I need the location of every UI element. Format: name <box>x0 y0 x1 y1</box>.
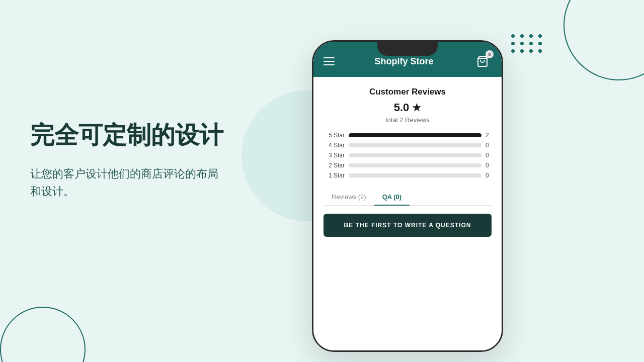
decorative-circle-top-right <box>564 0 644 80</box>
star-label: 3 Star <box>324 152 345 159</box>
star-label: 4 Star <box>324 142 345 149</box>
star-bar-row: 5 Star 2 <box>324 132 492 139</box>
tab-row: Reviews (2)QA (0) <box>324 189 492 206</box>
bar-track <box>349 133 481 137</box>
star-icon: ★ <box>412 102 421 113</box>
bar-track <box>349 153 481 157</box>
star-label: 5 Star <box>324 132 345 139</box>
bar-track <box>349 173 481 177</box>
star-label: 1 Star <box>324 172 345 179</box>
sub-text: 让您的客户设计他们的商店评论的布局和设计。 <box>30 165 292 200</box>
tab-1[interactable]: QA (0) <box>374 189 410 206</box>
bar-count: 0 <box>486 142 492 149</box>
phone-notch <box>377 42 438 56</box>
phone-content: Customer Reviews 5.0 ★ total 2 Reviews 5… <box>313 77 502 350</box>
bar-count: 0 <box>486 172 492 179</box>
star-label: 2 Star <box>324 162 345 169</box>
cart-badge: 0 <box>486 50 494 58</box>
rating-score: 5.0 ★ <box>324 101 492 114</box>
bar-track <box>349 143 481 147</box>
star-bar-row: 4 Star 0 <box>324 142 492 149</box>
bar-fill <box>349 133 481 137</box>
hamburger-icon[interactable] <box>324 57 335 65</box>
bar-track <box>349 163 481 167</box>
bar-count: 0 <box>486 152 492 159</box>
reviews-title: Customer Reviews <box>324 87 492 97</box>
tab-0[interactable]: Reviews (2) <box>324 189 374 206</box>
left-content: 完全可定制的设计 让您的客户设计他们的商店评论的布局和设计。 <box>30 121 292 200</box>
store-title: Shopify Store <box>374 56 433 67</box>
decorative-dots <box>511 34 543 53</box>
cart-icon-wrapper[interactable]: 0 <box>473 52 492 70</box>
phone-frame: Shopify Store 0 Customer Reviews 5.0 ★ t… <box>312 40 503 352</box>
star-bars: 5 Star 2 4 Star 0 3 Star 0 2 Star 0 1 St <box>324 132 492 179</box>
star-bar-row: 2 Star 0 <box>324 162 492 169</box>
write-question-button[interactable]: BE THE FIRST TO WRITE A QUESTION <box>324 214 492 237</box>
bar-count: 0 <box>486 162 492 169</box>
star-bar-row: 1 Star 0 <box>324 172 492 179</box>
bar-count: 2 <box>486 132 492 139</box>
star-bar-row: 3 Star 0 <box>324 152 492 159</box>
total-reviews: total 2 Reviews <box>324 116 492 124</box>
decorative-circle-bottom-left <box>0 307 86 362</box>
main-title: 完全可定制的设计 <box>30 121 292 150</box>
phone-mockup: Shopify Store 0 Customer Reviews 5.0 ★ t… <box>312 40 503 342</box>
